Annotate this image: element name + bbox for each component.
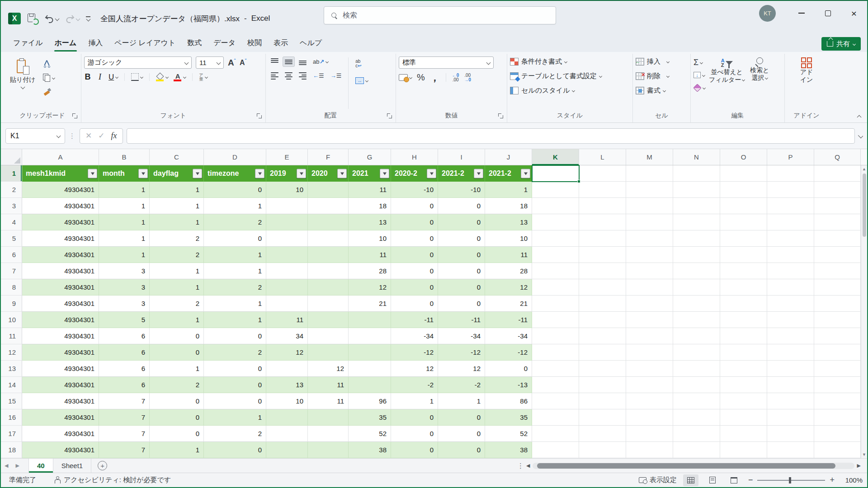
column-header-F[interactable]: F: [308, 149, 349, 165]
cell-O18[interactable]: [720, 442, 767, 458]
cell-P17[interactable]: [767, 426, 814, 442]
cell-J15[interactable]: 86: [485, 393, 532, 409]
cell-F13[interactable]: 12: [308, 361, 349, 377]
cell-F2[interactable]: [308, 182, 349, 198]
cell-F9[interactable]: [308, 296, 349, 312]
cell-E5[interactable]: [266, 230, 308, 247]
cell-D5[interactable]: 0: [204, 230, 266, 247]
bold-button[interactable]: B: [84, 72, 91, 82]
cell-D9[interactable]: 1: [204, 296, 266, 312]
row-header-12[interactable]: 12: [1, 344, 22, 361]
accounting-format-button[interactable]: [399, 74, 412, 81]
cell-A3[interactable]: 49304301: [22, 198, 99, 214]
cell-G15[interactable]: 96: [349, 393, 391, 409]
cell-H17[interactable]: 0: [391, 426, 438, 442]
cell-C3[interactable]: 1: [150, 198, 204, 214]
cell-L8[interactable]: [579, 279, 626, 296]
comma-style-button[interactable]: ，: [430, 75, 440, 80]
account-avatar[interactable]: KT: [759, 5, 776, 22]
cell-C9[interactable]: 2: [150, 296, 204, 312]
cell-G16[interactable]: 35: [349, 409, 391, 426]
cell-C11[interactable]: 0: [150, 328, 204, 344]
insert-function-button[interactable]: fx: [111, 131, 117, 141]
cell-I13[interactable]: 12: [438, 361, 485, 377]
cell-F4[interactable]: [308, 214, 349, 230]
ribbon-tab-8[interactable]: 表示: [268, 37, 294, 52]
cell-L2[interactable]: [579, 182, 626, 198]
cell-L16[interactable]: [579, 409, 626, 426]
copy-button[interactable]: [43, 72, 55, 83]
cell-O1[interactable]: [720, 165, 767, 182]
cancel-entry-button[interactable]: ✕: [85, 131, 92, 141]
font-color-button[interactable]: A: [174, 73, 186, 81]
cell-P15[interactable]: [767, 393, 814, 409]
cell-L14[interactable]: [579, 377, 626, 393]
cell-L18[interactable]: [579, 442, 626, 458]
cell-J5[interactable]: 10: [485, 230, 532, 247]
cell-G12[interactable]: [349, 344, 391, 361]
redo-dropdown-icon[interactable]: [76, 16, 80, 21]
cell-B9[interactable]: 3: [99, 296, 150, 312]
insert-cells-button[interactable]: 挿入: [636, 55, 669, 68]
cell-F1[interactable]: 2020: [308, 165, 349, 182]
cell-P2[interactable]: [767, 182, 814, 198]
new-sheet-button[interactable]: +: [98, 461, 107, 470]
cell-M2[interactable]: [626, 182, 673, 198]
cell-P9[interactable]: [767, 296, 814, 312]
cell-C15[interactable]: 0: [150, 393, 204, 409]
filter-dropdown-button-H1[interactable]: [427, 169, 436, 178]
sheet-tab-40[interactable]: 40: [28, 459, 53, 473]
cell-E6[interactable]: [266, 247, 308, 263]
cell-I17[interactable]: 0: [438, 426, 485, 442]
cell-D13[interactable]: 0: [204, 361, 266, 377]
cell-C14[interactable]: 2: [150, 377, 204, 393]
zoom-in-button[interactable]: +: [830, 475, 835, 485]
row-header-8[interactable]: 8: [1, 279, 22, 296]
cell-L6[interactable]: [579, 247, 626, 263]
cell-D1[interactable]: timezone: [204, 165, 266, 182]
ribbon-tab-3[interactable]: 挿入: [82, 37, 108, 52]
cell-M16[interactable]: [626, 409, 673, 426]
cell-C1[interactable]: dayflag: [150, 165, 204, 182]
column-header-H[interactable]: H: [391, 149, 438, 165]
increase-indent-button[interactable]: →☰: [328, 70, 344, 81]
cut-button[interactable]: [43, 58, 55, 69]
ribbon-tab-5[interactable]: 数式: [181, 37, 208, 52]
cell-G17[interactable]: 52: [349, 426, 391, 442]
cell-I6[interactable]: 0: [438, 247, 485, 263]
cell-L11[interactable]: [579, 328, 626, 344]
cell-N18[interactable]: [673, 442, 720, 458]
cell-M11[interactable]: [626, 328, 673, 344]
cell-D17[interactable]: 2: [204, 426, 266, 442]
cell-E8[interactable]: [266, 279, 308, 296]
cell-N9[interactable]: [673, 296, 720, 312]
cell-P5[interactable]: [767, 230, 814, 247]
row-header-17[interactable]: 17: [1, 426, 22, 442]
cell-A4[interactable]: 49304301: [22, 214, 99, 230]
cell-Q14[interactable]: [814, 377, 861, 393]
undo-button[interactable]: [44, 14, 59, 23]
cell-H4[interactable]: 0: [391, 214, 438, 230]
cell-Q13[interactable]: [814, 361, 861, 377]
cell-D7[interactable]: 1: [204, 263, 266, 279]
cell-K7[interactable]: [532, 263, 579, 279]
column-header-K[interactable]: K: [532, 149, 579, 165]
decrease-font-size-button[interactable]: Aˇ: [240, 59, 246, 66]
cell-E9[interactable]: [266, 296, 308, 312]
cell-K15[interactable]: [532, 393, 579, 409]
conditional-formatting-button[interactable]: 条件付き書式: [510, 55, 567, 68]
cell-L10[interactable]: [579, 312, 626, 328]
cell-Q7[interactable]: [814, 263, 861, 279]
maximize-button[interactable]: [815, 1, 841, 25]
bottom-align-button[interactable]: [297, 56, 309, 67]
align-center-button[interactable]: [283, 70, 295, 81]
cell-D18[interactable]: 0: [204, 442, 266, 458]
cell-B3[interactable]: 1: [99, 198, 150, 214]
cell-Q8[interactable]: [814, 279, 861, 296]
column-header-I[interactable]: I: [438, 149, 485, 165]
cell-B11[interactable]: 6: [99, 328, 150, 344]
row-header-6[interactable]: 6: [1, 247, 22, 263]
delete-cells-button[interactable]: 削除: [636, 69, 669, 83]
cell-N5[interactable]: [673, 230, 720, 247]
filter-dropdown-button-D1[interactable]: [255, 169, 264, 178]
